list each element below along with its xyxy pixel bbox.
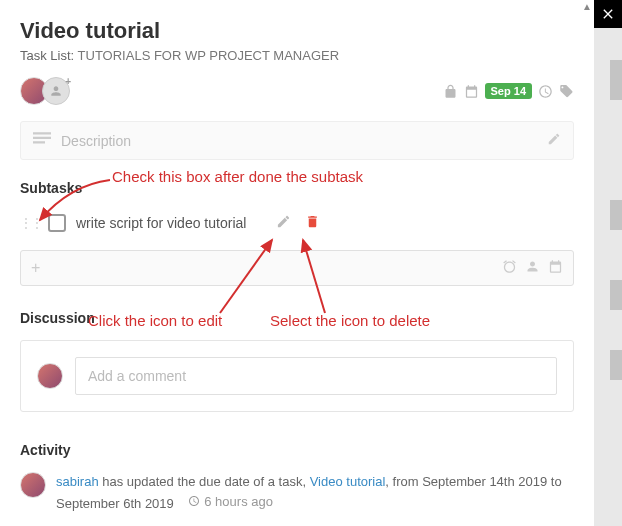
- activity-item: sabirah has updated the due date of a ta…: [20, 472, 574, 513]
- svg-rect-0: [33, 132, 51, 134]
- edit-description-icon[interactable]: [547, 132, 561, 149]
- subtask-row: ⋮⋮ write script for video tutorial: [20, 210, 574, 236]
- assign-user-icon[interactable]: [525, 259, 540, 277]
- description-row[interactable]: Description: [20, 121, 574, 160]
- svg-rect-1: [33, 137, 51, 139]
- close-button[interactable]: [594, 0, 622, 28]
- subtasks-heading: Subtasks: [20, 180, 574, 196]
- reminder-icon[interactable]: [502, 259, 517, 277]
- delete-subtask-icon[interactable]: [305, 214, 320, 232]
- lock-icon[interactable]: [443, 84, 458, 99]
- close-icon: [600, 6, 616, 22]
- add-assignee-button[interactable]: +: [42, 77, 70, 105]
- activity-task-link[interactable]: Video tutorial: [310, 474, 386, 489]
- tasklist-line: Task List: TUTORIALS FOR WP PROJECT MANA…: [20, 48, 574, 63]
- clock-icon[interactable]: [538, 84, 553, 99]
- calendar-icon[interactable]: [464, 84, 479, 99]
- clock-icon: [188, 495, 200, 507]
- discussion-heading: Discussion: [20, 310, 574, 326]
- activity-time: 6 hours ago: [188, 492, 273, 512]
- commenter-avatar: [37, 363, 63, 389]
- activity-text-1: has updated the due date of a task,: [99, 474, 310, 489]
- user-icon: [49, 84, 63, 98]
- activity-avatar: [20, 472, 46, 498]
- add-subtask-input[interactable]: [48, 260, 494, 276]
- subtask-checkbox[interactable]: [48, 214, 66, 232]
- drag-handle-icon[interactable]: ⋮⋮: [20, 216, 42, 230]
- description-placeholder: Description: [61, 133, 547, 149]
- page-title: Video tutorial: [20, 18, 574, 44]
- comment-input[interactable]: Add a comment: [75, 357, 557, 395]
- right-sidebar-strip: [594, 0, 622, 526]
- due-date-badge[interactable]: Sep 14: [485, 83, 532, 99]
- edit-subtask-icon[interactable]: [276, 214, 291, 232]
- tag-icon[interactable]: [559, 84, 574, 99]
- comment-box: Add a comment: [20, 340, 574, 412]
- tasklist-name: TUTORIALS FOR WP PROJECT MANAGER: [78, 48, 339, 63]
- add-subtask-row[interactable]: +: [20, 250, 574, 286]
- svg-rect-2: [33, 141, 45, 143]
- due-date-icon[interactable]: [548, 259, 563, 277]
- paragraph-icon: [33, 132, 51, 149]
- tasklist-label: Task List:: [20, 48, 74, 63]
- subtask-text: write script for video tutorial: [76, 215, 246, 231]
- plus-icon: +: [31, 259, 40, 277]
- activity-user-link[interactable]: sabirah: [56, 474, 99, 489]
- activity-heading: Activity: [20, 442, 574, 458]
- scroll-up-icon[interactable]: ▲: [580, 0, 594, 14]
